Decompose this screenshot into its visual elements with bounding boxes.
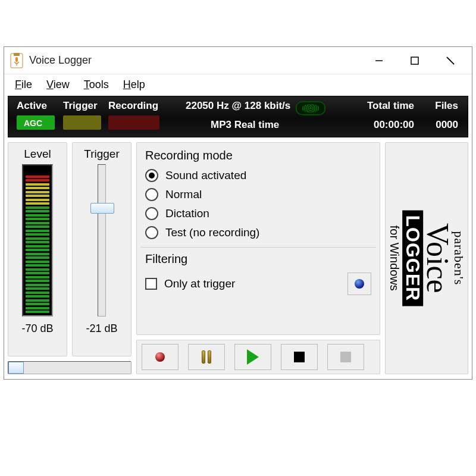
menubar: File View Tools Help	[4, 74, 472, 95]
radio-icon[interactable]	[145, 207, 158, 220]
sphere-icon	[355, 279, 364, 289]
titlebar: Voice Logger	[4, 47, 472, 74]
record-button[interactable]	[142, 344, 178, 370]
pause-button[interactable]	[188, 344, 225, 370]
activity-led-icon	[296, 101, 325, 115]
mode-option-label: Test (no recording)	[165, 226, 259, 239]
trigger-slider[interactable]	[98, 164, 106, 317]
svg-rect-1	[14, 53, 20, 56]
mode-option-0[interactable]: Sound activated	[145, 166, 371, 185]
trigger-label: Trigger	[73, 148, 131, 161]
play-button[interactable]	[234, 344, 271, 370]
trigger-db-value: -21 dB	[73, 322, 131, 335]
status-active-chip: AGC	[17, 115, 55, 130]
menu-tools[interactable]: Tools	[77, 76, 116, 93]
menu-help[interactable]: Help	[116, 76, 152, 93]
status-trigger-chip	[63, 115, 101, 130]
step-button[interactable]	[327, 344, 364, 370]
svg-line-7	[447, 57, 454, 64]
filter-settings-button[interactable]	[347, 273, 371, 295]
radio-icon[interactable]	[145, 169, 158, 182]
pause-icon	[202, 350, 211, 364]
mode-option-label: Sound activated	[165, 169, 246, 182]
status-bar: Active Trigger Recording AGC 22050 Hz @ …	[8, 96, 468, 137]
level-db-value: -70 dB	[8, 322, 67, 335]
play-icon	[247, 349, 259, 365]
app-window: Voice Logger File View Tools Help Active…	[4, 46, 472, 380]
status-total-time-value: 00:00:00	[374, 119, 414, 131]
window-title: Voice Logger	[29, 54, 361, 67]
only-at-trigger-checkbox[interactable]	[145, 278, 157, 290]
filtering-title: Filtering	[145, 252, 371, 266]
level-horizontal-thumb[interactable]	[8, 362, 24, 374]
status-codec: MP3 Real time	[211, 119, 279, 131]
stop-button[interactable]	[281, 344, 318, 370]
status-recording-chip	[108, 115, 159, 130]
app-icon	[10, 53, 23, 68]
svg-rect-5	[411, 57, 418, 64]
minimize-button[interactable]	[361, 48, 397, 74]
mode-option-3[interactable]: Test (no recording)	[145, 223, 371, 242]
trigger-slider-thumb[interactable]	[90, 203, 114, 214]
radio-icon[interactable]	[145, 188, 158, 201]
step-icon	[340, 352, 351, 362]
status-recording-label: Recording	[108, 100, 158, 112]
recording-mode-title: Recording mode	[145, 149, 371, 162]
level-horizontal-slider[interactable]	[8, 361, 131, 374]
status-format: 22050 Hz @ 128 kbit/s	[186, 100, 290, 112]
status-trigger-label: Trigger	[63, 100, 98, 112]
menu-view[interactable]: View	[39, 76, 77, 93]
status-active-label: Active	[17, 100, 47, 112]
svg-rect-2	[15, 57, 18, 62]
transport-bar	[136, 340, 380, 374]
mode-option-label: Normal	[165, 188, 202, 201]
stop-icon	[294, 352, 305, 362]
level-meter	[22, 164, 53, 317]
level-meter-panel: Level -70 dB	[8, 142, 67, 356]
mode-option-1[interactable]: Normal	[145, 185, 371, 204]
record-icon	[155, 352, 165, 362]
level-label: Level	[8, 148, 67, 161]
menu-file[interactable]: File	[8, 76, 39, 93]
close-button[interactable]	[433, 48, 468, 74]
product-logo: paraben's Voice LOGGER for Windows	[385, 142, 468, 374]
radio-icon[interactable]	[145, 226, 158, 239]
mode-option-label: Dictation	[165, 207, 209, 220]
status-files-value: 0000	[436, 119, 458, 131]
trigger-slider-panel: Trigger -21 dB	[72, 142, 131, 356]
maximize-button[interactable]	[397, 48, 433, 74]
only-at-trigger-label: Only at trigger	[164, 277, 235, 290]
status-total-time-label: Total time	[367, 100, 414, 112]
status-files-label: Files	[435, 100, 458, 112]
mode-option-2[interactable]: Dictation	[145, 204, 371, 223]
recording-mode-group: Recording mode Sound activatedNormalDict…	[136, 142, 380, 335]
